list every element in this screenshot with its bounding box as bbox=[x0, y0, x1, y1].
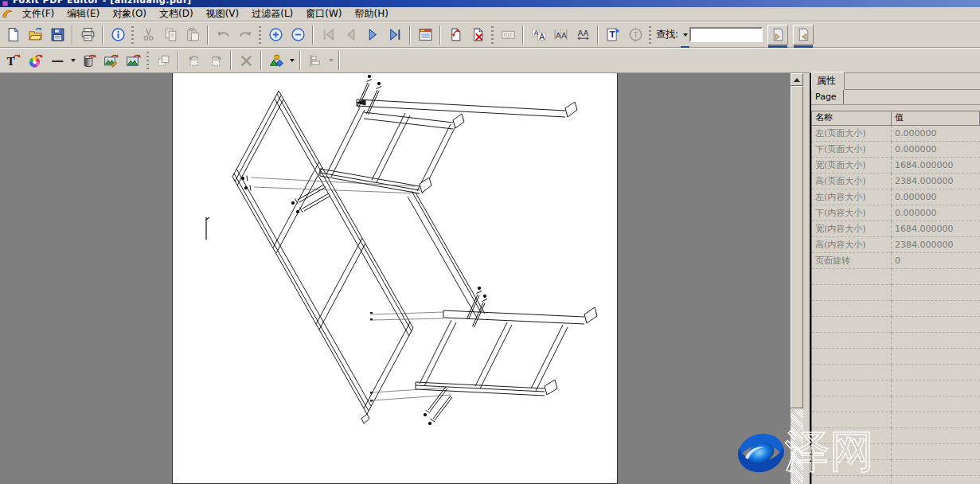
text-tool-button[interactable]: T bbox=[2, 51, 23, 71]
toolbar-separator bbox=[299, 51, 301, 70]
empty-row bbox=[812, 365, 980, 381]
scroll-up-button[interactable] bbox=[791, 73, 803, 86]
property-name: 左(内容大小) bbox=[812, 189, 892, 205]
property-row[interactable]: 下(页面大小)0.000000 bbox=[812, 142, 980, 158]
empty-row bbox=[812, 396, 980, 412]
menu-file[interactable]: 文件(F) bbox=[16, 6, 61, 21]
property-name: 宽(内容大小) bbox=[812, 221, 892, 237]
svg-text:A: A bbox=[577, 29, 583, 37]
kerning-button[interactable]: AA bbox=[550, 25, 571, 45]
last-page-button[interactable] bbox=[385, 25, 405, 45]
image-replace-button[interactable] bbox=[123, 51, 143, 71]
menu-view[interactable]: 视图(V) bbox=[200, 6, 246, 21]
menu-object[interactable]: 对象(O) bbox=[106, 6, 153, 21]
property-row[interactable]: 页面旋转0 bbox=[812, 253, 980, 269]
find-input[interactable] bbox=[689, 27, 763, 42]
shapes-icon bbox=[269, 53, 284, 68]
image-edit-icon bbox=[103, 53, 119, 68]
save-button[interactable] bbox=[47, 25, 68, 45]
svg-text:A: A bbox=[561, 31, 567, 40]
empty-row bbox=[812, 460, 980, 476]
property-value: 2384.000000 bbox=[892, 174, 980, 189]
toolbar-separator bbox=[102, 25, 103, 45]
line-tool-dropdown[interactable] bbox=[68, 51, 77, 71]
info-button[interactable] bbox=[107, 25, 128, 45]
column-header-name: 名称 bbox=[812, 111, 892, 126]
save-icon bbox=[50, 27, 65, 42]
paste-button bbox=[182, 25, 203, 45]
vertical-scrollbar[interactable] bbox=[791, 73, 803, 484]
panel-splitter[interactable] bbox=[803, 73, 810, 484]
menu-window[interactable]: 窗口(W) bbox=[299, 6, 348, 21]
property-value: 1684.000000 bbox=[892, 221, 980, 237]
print-button[interactable] bbox=[77, 25, 98, 45]
shapes-button[interactable] bbox=[266, 51, 287, 71]
zoom-in-button[interactable] bbox=[265, 25, 286, 45]
shade-tool-button[interactable] bbox=[78, 51, 99, 71]
toolbar-main: AAAAAATT 查找: bbox=[0, 21, 980, 48]
property-value: 0 bbox=[892, 253, 980, 269]
zoom-out-button[interactable] bbox=[287, 25, 308, 45]
spacing-button[interactable]: AA bbox=[572, 25, 593, 45]
find-next-button[interactable] bbox=[793, 25, 814, 45]
find-history-dropdown[interactable] bbox=[681, 25, 689, 45]
property-row[interactable]: 宽(页面大小)1684.000000 bbox=[812, 158, 980, 174]
property-row[interactable]: 高(页面大小)2384.000000 bbox=[812, 174, 980, 189]
prev-page-button bbox=[340, 25, 361, 45]
column-header-value: 值 bbox=[892, 111, 980, 126]
empty-row bbox=[812, 476, 980, 484]
redo-button bbox=[235, 25, 256, 45]
menu-edit[interactable]: 编辑(E) bbox=[61, 6, 106, 21]
rotate-left-button bbox=[183, 51, 204, 71]
add-text-button[interactable]: T bbox=[603, 25, 623, 45]
next-page-button[interactable] bbox=[362, 25, 383, 45]
property-row[interactable]: 高(内容大小)2384.000000 bbox=[812, 237, 980, 253]
property-name: 左(页面大小) bbox=[812, 126, 892, 142]
menu-filter[interactable]: 过滤器(L) bbox=[245, 6, 299, 21]
first-page-button bbox=[318, 25, 338, 45]
workspace: 泽网 属性 Page 名称 值 左(页面大小)0.000000下(页面大小)0.… bbox=[0, 73, 980, 484]
cad-drawing bbox=[173, 73, 617, 482]
delete-page-icon bbox=[470, 27, 486, 42]
watermark-logo bbox=[731, 424, 791, 482]
page-layout-button[interactable] bbox=[415, 25, 435, 45]
toolbar-separator bbox=[439, 25, 441, 45]
info-icon bbox=[111, 27, 126, 42]
pdf-page[interactable] bbox=[172, 73, 618, 484]
property-row[interactable]: 左(页面大小)0.000000 bbox=[812, 126, 980, 142]
text-tool-icon: T bbox=[6, 53, 21, 68]
new-button[interactable] bbox=[2, 25, 23, 45]
clone-icon bbox=[156, 53, 171, 68]
clone-button bbox=[153, 51, 174, 71]
insert-page-button[interactable] bbox=[445, 25, 466, 45]
page-layout-icon bbox=[418, 27, 433, 42]
menu-document[interactable]: 文档(D) bbox=[153, 6, 200, 21]
menu-bar: 文件(F)编辑(E)对象(O)文档(D)视图(V)过滤器(L)窗口(W)帮助(H… bbox=[0, 7, 980, 21]
color-tool-icon bbox=[28, 53, 43, 68]
arrow-up-icon bbox=[794, 78, 800, 82]
property-row[interactable]: 左(内容大小)0.000000 bbox=[812, 189, 980, 205]
property-name: 高(页面大小) bbox=[812, 174, 892, 189]
property-row[interactable]: 宽(内容大小)1684.000000 bbox=[812, 221, 980, 237]
color-tool-button[interactable] bbox=[25, 51, 45, 71]
kerning-icon: AA bbox=[553, 27, 568, 42]
find-previous-button[interactable] bbox=[767, 25, 788, 45]
image-edit-button[interactable] bbox=[100, 51, 121, 71]
shapes-dropdown[interactable] bbox=[287, 51, 296, 71]
empty-row bbox=[812, 269, 980, 285]
toolbar-separator bbox=[409, 25, 411, 45]
line-tool-button[interactable] bbox=[47, 51, 68, 71]
property-row[interactable]: 下(内容大小)0.000000 bbox=[812, 205, 980, 221]
copy-button bbox=[160, 25, 181, 45]
scrollbar-thumb[interactable] bbox=[791, 86, 803, 408]
font-button[interactable]: AA bbox=[528, 25, 549, 45]
open-button[interactable] bbox=[25, 25, 45, 45]
add-text-icon: T bbox=[606, 27, 621, 42]
tab-page[interactable]: Page bbox=[811, 90, 844, 104]
toolbar-grip bbox=[259, 26, 261, 44]
property-value: 0.000000 bbox=[892, 126, 980, 142]
paste-icon bbox=[185, 27, 201, 42]
delete-page-button[interactable] bbox=[467, 25, 488, 45]
menu-help[interactable]: 帮助(H) bbox=[349, 6, 395, 21]
empty-row bbox=[812, 349, 980, 365]
